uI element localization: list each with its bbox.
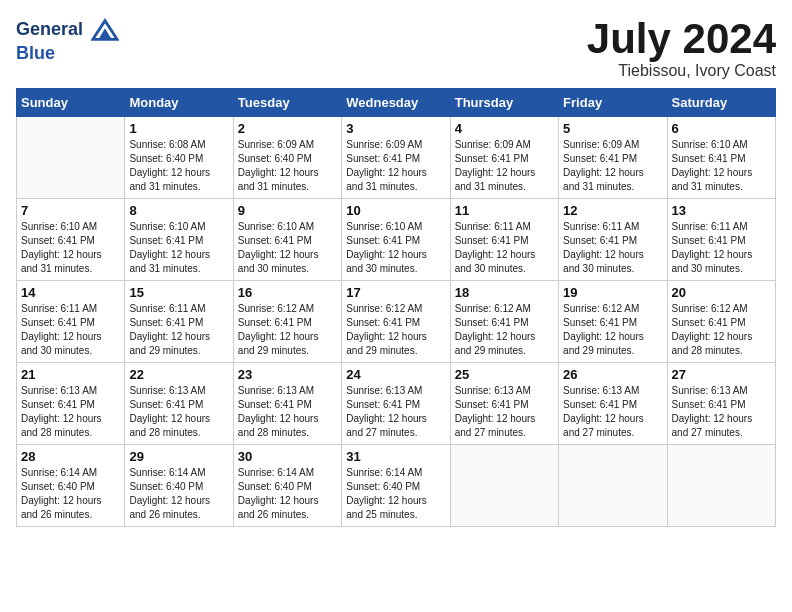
day-number: 25 — [455, 367, 554, 382]
calendar-cell — [450, 445, 558, 527]
day-number: 15 — [129, 285, 228, 300]
calendar-cell: 5Sunrise: 6:09 AMSunset: 6:41 PMDaylight… — [559, 117, 667, 199]
day-info: Sunrise: 6:13 AMSunset: 6:41 PMDaylight:… — [346, 384, 445, 440]
calendar-cell: 7Sunrise: 6:10 AMSunset: 6:41 PMDaylight… — [17, 199, 125, 281]
day-info: Sunrise: 6:10 AMSunset: 6:41 PMDaylight:… — [21, 220, 120, 276]
day-info: Sunrise: 6:11 AMSunset: 6:41 PMDaylight:… — [563, 220, 662, 276]
calendar-cell: 28Sunrise: 6:14 AMSunset: 6:40 PMDayligh… — [17, 445, 125, 527]
calendar-cell: 2Sunrise: 6:09 AMSunset: 6:40 PMDaylight… — [233, 117, 341, 199]
day-info: Sunrise: 6:08 AMSunset: 6:40 PMDaylight:… — [129, 138, 228, 194]
day-info: Sunrise: 6:11 AMSunset: 6:41 PMDaylight:… — [455, 220, 554, 276]
calendar-cell: 16Sunrise: 6:12 AMSunset: 6:41 PMDayligh… — [233, 281, 341, 363]
day-info: Sunrise: 6:13 AMSunset: 6:41 PMDaylight:… — [672, 384, 771, 440]
calendar-cell: 24Sunrise: 6:13 AMSunset: 6:41 PMDayligh… — [342, 363, 450, 445]
day-number: 9 — [238, 203, 337, 218]
day-of-week-header: Saturday — [667, 89, 775, 117]
day-info: Sunrise: 6:13 AMSunset: 6:41 PMDaylight:… — [238, 384, 337, 440]
day-of-week-header: Wednesday — [342, 89, 450, 117]
day-number: 18 — [455, 285, 554, 300]
page-header: General Blue July 2024 Tiebissou, Ivory … — [16, 16, 776, 80]
calendar-cell: 17Sunrise: 6:12 AMSunset: 6:41 PMDayligh… — [342, 281, 450, 363]
day-of-week-header: Tuesday — [233, 89, 341, 117]
calendar-cell: 15Sunrise: 6:11 AMSunset: 6:41 PMDayligh… — [125, 281, 233, 363]
calendar-cell — [667, 445, 775, 527]
calendar-cell: 6Sunrise: 6:10 AMSunset: 6:41 PMDaylight… — [667, 117, 775, 199]
day-info: Sunrise: 6:14 AMSunset: 6:40 PMDaylight:… — [346, 466, 445, 522]
day-info: Sunrise: 6:11 AMSunset: 6:41 PMDaylight:… — [672, 220, 771, 276]
calendar-cell — [17, 117, 125, 199]
calendar-cell: 18Sunrise: 6:12 AMSunset: 6:41 PMDayligh… — [450, 281, 558, 363]
logo-blue: Blue — [16, 43, 55, 63]
day-number: 5 — [563, 121, 662, 136]
day-number: 31 — [346, 449, 445, 464]
calendar-cell: 20Sunrise: 6:12 AMSunset: 6:41 PMDayligh… — [667, 281, 775, 363]
day-number: 28 — [21, 449, 120, 464]
calendar-cell: 30Sunrise: 6:14 AMSunset: 6:40 PMDayligh… — [233, 445, 341, 527]
day-info: Sunrise: 6:13 AMSunset: 6:41 PMDaylight:… — [455, 384, 554, 440]
day-info: Sunrise: 6:13 AMSunset: 6:41 PMDaylight:… — [21, 384, 120, 440]
day-info: Sunrise: 6:12 AMSunset: 6:41 PMDaylight:… — [563, 302, 662, 358]
day-info: Sunrise: 6:14 AMSunset: 6:40 PMDaylight:… — [238, 466, 337, 522]
calendar-cell: 31Sunrise: 6:14 AMSunset: 6:40 PMDayligh… — [342, 445, 450, 527]
day-of-week-header: Monday — [125, 89, 233, 117]
calendar-cell: 4Sunrise: 6:09 AMSunset: 6:41 PMDaylight… — [450, 117, 558, 199]
calendar-cell: 29Sunrise: 6:14 AMSunset: 6:40 PMDayligh… — [125, 445, 233, 527]
calendar-cell: 10Sunrise: 6:10 AMSunset: 6:41 PMDayligh… — [342, 199, 450, 281]
day-number: 7 — [21, 203, 120, 218]
day-number: 2 — [238, 121, 337, 136]
day-number: 19 — [563, 285, 662, 300]
calendar-cell: 8Sunrise: 6:10 AMSunset: 6:41 PMDaylight… — [125, 199, 233, 281]
logo-general: General — [16, 19, 83, 39]
day-of-week-header: Friday — [559, 89, 667, 117]
day-number: 6 — [672, 121, 771, 136]
day-number: 4 — [455, 121, 554, 136]
calendar-cell: 13Sunrise: 6:11 AMSunset: 6:41 PMDayligh… — [667, 199, 775, 281]
calendar-cell: 1Sunrise: 6:08 AMSunset: 6:40 PMDaylight… — [125, 117, 233, 199]
day-number: 10 — [346, 203, 445, 218]
day-info: Sunrise: 6:13 AMSunset: 6:41 PMDaylight:… — [129, 384, 228, 440]
day-info: Sunrise: 6:10 AMSunset: 6:41 PMDaylight:… — [346, 220, 445, 276]
logo: General Blue — [16, 16, 119, 64]
day-info: Sunrise: 6:12 AMSunset: 6:41 PMDaylight:… — [672, 302, 771, 358]
day-number: 20 — [672, 285, 771, 300]
day-info: Sunrise: 6:11 AMSunset: 6:41 PMDaylight:… — [21, 302, 120, 358]
calendar-cell: 27Sunrise: 6:13 AMSunset: 6:41 PMDayligh… — [667, 363, 775, 445]
day-number: 23 — [238, 367, 337, 382]
day-info: Sunrise: 6:12 AMSunset: 6:41 PMDaylight:… — [238, 302, 337, 358]
day-number: 30 — [238, 449, 337, 464]
calendar-cell: 19Sunrise: 6:12 AMSunset: 6:41 PMDayligh… — [559, 281, 667, 363]
day-info: Sunrise: 6:10 AMSunset: 6:41 PMDaylight:… — [672, 138, 771, 194]
month-title: July 2024 — [587, 16, 776, 62]
logo-text: General Blue — [16, 16, 119, 64]
calendar-cell: 11Sunrise: 6:11 AMSunset: 6:41 PMDayligh… — [450, 199, 558, 281]
day-info: Sunrise: 6:11 AMSunset: 6:41 PMDaylight:… — [129, 302, 228, 358]
day-info: Sunrise: 6:13 AMSunset: 6:41 PMDaylight:… — [563, 384, 662, 440]
title-block: July 2024 Tiebissou, Ivory Coast — [587, 16, 776, 80]
calendar-cell: 26Sunrise: 6:13 AMSunset: 6:41 PMDayligh… — [559, 363, 667, 445]
day-info: Sunrise: 6:09 AMSunset: 6:41 PMDaylight:… — [563, 138, 662, 194]
day-number: 16 — [238, 285, 337, 300]
day-number: 1 — [129, 121, 228, 136]
day-number: 26 — [563, 367, 662, 382]
day-number: 13 — [672, 203, 771, 218]
calendar-cell: 23Sunrise: 6:13 AMSunset: 6:41 PMDayligh… — [233, 363, 341, 445]
calendar-cell: 25Sunrise: 6:13 AMSunset: 6:41 PMDayligh… — [450, 363, 558, 445]
day-number: 8 — [129, 203, 228, 218]
day-info: Sunrise: 6:10 AMSunset: 6:41 PMDaylight:… — [238, 220, 337, 276]
day-number: 14 — [21, 285, 120, 300]
day-info: Sunrise: 6:12 AMSunset: 6:41 PMDaylight:… — [455, 302, 554, 358]
day-number: 12 — [563, 203, 662, 218]
day-number: 22 — [129, 367, 228, 382]
day-info: Sunrise: 6:10 AMSunset: 6:41 PMDaylight:… — [129, 220, 228, 276]
day-info: Sunrise: 6:12 AMSunset: 6:41 PMDaylight:… — [346, 302, 445, 358]
day-number: 29 — [129, 449, 228, 464]
calendar-cell — [559, 445, 667, 527]
calendar-cell: 12Sunrise: 6:11 AMSunset: 6:41 PMDayligh… — [559, 199, 667, 281]
day-info: Sunrise: 6:09 AMSunset: 6:41 PMDaylight:… — [455, 138, 554, 194]
calendar-cell: 21Sunrise: 6:13 AMSunset: 6:41 PMDayligh… — [17, 363, 125, 445]
day-number: 21 — [21, 367, 120, 382]
day-number: 27 — [672, 367, 771, 382]
day-number: 11 — [455, 203, 554, 218]
day-of-week-header: Thursday — [450, 89, 558, 117]
calendar-cell: 14Sunrise: 6:11 AMSunset: 6:41 PMDayligh… — [17, 281, 125, 363]
